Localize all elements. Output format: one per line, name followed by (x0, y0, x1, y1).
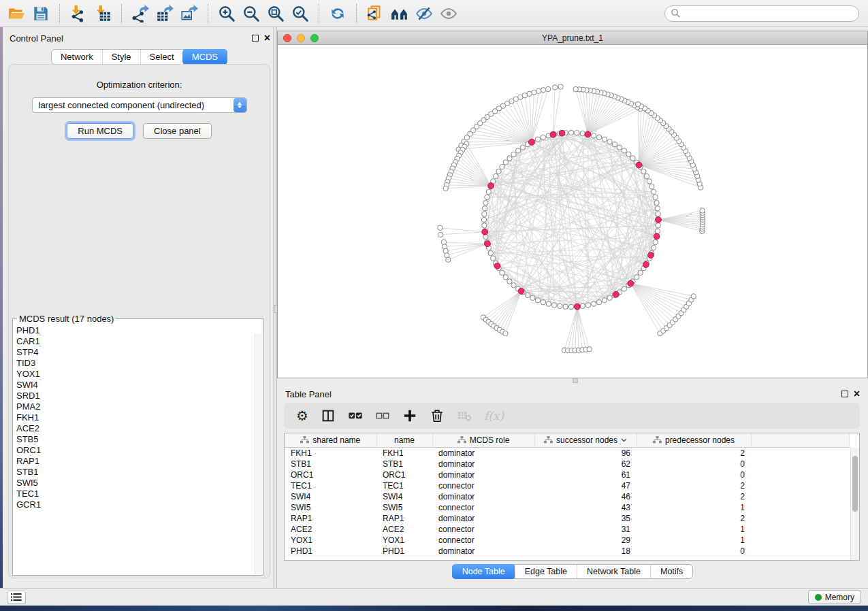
network-node[interactable] (486, 189, 491, 194)
clone-network-button[interactable] (363, 2, 387, 25)
mcds-node[interactable] (643, 262, 649, 268)
table-cell[interactable]: SWI5 (376, 502, 432, 513)
zoom-in-button[interactable] (214, 2, 239, 25)
tab-mcds[interactable]: MCDS (182, 49, 227, 65)
table-cell[interactable]: 2 (637, 447, 751, 459)
table-row[interactable]: SWI5SWI5connector431 (285, 502, 850, 513)
table-cell[interactable]: connector (432, 524, 534, 535)
table-cell[interactable]: dominator (432, 469, 534, 480)
column-header[interactable]: successor nodes (534, 433, 637, 447)
show-all-button[interactable] (436, 2, 461, 25)
table-cell[interactable]: 0 (637, 469, 751, 480)
mcds-result-item[interactable]: YOX1 (16, 369, 263, 380)
network-node[interactable] (653, 240, 658, 244)
mcds-result-item[interactable]: TEC1 (16, 489, 263, 499)
network-node[interactable] (485, 195, 489, 199)
mcds-result-item[interactable]: SWI5 (16, 478, 263, 489)
network-node[interactable] (568, 304, 573, 309)
zoom-fit-button[interactable] (263, 2, 288, 25)
network-node[interactable] (532, 90, 536, 95)
mcds-result-item[interactable]: STB5 (16, 434, 263, 445)
deselect-all-rows-button[interactable] (371, 405, 394, 427)
table-row[interactable]: SWI4SWI4dominator462 (285, 491, 850, 502)
table-cell[interactable]: 2 (637, 491, 751, 502)
table-row[interactable]: ACE2ACE2connector311 (285, 524, 850, 535)
float-panel-button[interactable] (252, 35, 259, 42)
table-cell[interactable]: dominator (432, 546, 534, 557)
network-node[interactable] (655, 229, 660, 233)
search-input[interactable] (681, 7, 858, 20)
mcds-node[interactable] (575, 303, 581, 310)
network-node[interactable] (541, 135, 545, 139)
table-cell[interactable]: 43 (534, 502, 637, 513)
network-node[interactable] (482, 223, 487, 228)
network-node[interactable] (503, 331, 508, 335)
mcds-result-item[interactable]: SRD1 (16, 391, 263, 401)
table-cell[interactable]: connector (432, 480, 534, 491)
network-node[interactable] (535, 298, 540, 303)
table-cell[interactable]: 47 (534, 480, 637, 491)
table-scrollbar[interactable] (850, 448, 859, 560)
table-cell[interactable]: ORC1 (285, 469, 376, 480)
task-history-button[interactable] (7, 591, 26, 604)
network-node[interactable] (626, 152, 631, 156)
table-cell[interactable]: 1 (637, 502, 751, 513)
network-node[interactable] (482, 212, 487, 216)
hide-selected-button[interactable] (412, 2, 436, 25)
mcds-node[interactable] (654, 233, 660, 240)
network-canvas[interactable] (278, 45, 867, 378)
mcds-node[interactable] (585, 131, 591, 137)
network-node[interactable] (503, 275, 508, 280)
tab-network[interactable]: Network (52, 50, 102, 64)
table-cell[interactable]: ACE2 (285, 524, 376, 535)
table-cell[interactable]: YOX1 (285, 535, 376, 546)
table-cell[interactable]: TEC1 (376, 480, 432, 491)
network-node[interactable] (644, 174, 649, 178)
column-header[interactable]: predecessor nodes (637, 433, 751, 447)
network-node[interactable] (545, 86, 550, 91)
network-node[interactable] (647, 179, 652, 184)
table-cell[interactable]: connector (432, 502, 534, 513)
run-mcds-button[interactable]: Run MCDS (67, 123, 133, 139)
show-columns-button[interactable] (317, 405, 340, 427)
mcds-result-item[interactable]: PHD1 (16, 325, 263, 336)
table-row[interactable]: RAP1RAP1dominator352 (285, 513, 850, 524)
table-cell[interactable]: 1 (637, 535, 751, 546)
memory-button[interactable]: Memory (808, 590, 861, 604)
table-cell[interactable]: PHD1 (285, 546, 376, 557)
mcds-node[interactable] (648, 252, 654, 259)
network-node[interactable] (488, 250, 493, 255)
network-node[interactable] (607, 139, 612, 144)
network-node[interactable] (617, 145, 622, 150)
close-mcds-panel-button[interactable]: Close panel (143, 123, 212, 139)
network-node[interactable] (655, 206, 660, 211)
optimization-criterion-select[interactable]: largest connected component (undirected) (32, 97, 247, 113)
result-list-scrollbar[interactable] (255, 333, 262, 574)
mcds-result-item[interactable]: CAR1 (16, 336, 263, 347)
mcds-result-item[interactable]: STP4 (16, 347, 263, 358)
table-cell[interactable]: PHD1 (376, 546, 432, 557)
horizontal-divider-handle[interactable] (573, 378, 578, 383)
first-neighbors-button[interactable] (387, 2, 412, 25)
table-cell[interactable]: 35 (534, 513, 637, 524)
export-network-button[interactable] (128, 2, 152, 25)
network-node[interactable] (493, 174, 498, 178)
network-window-titlebar[interactable]: YPA_prune.txt_1 (278, 31, 867, 45)
network-node[interactable] (591, 133, 596, 138)
network-node[interactable] (580, 303, 585, 308)
network-node[interactable] (656, 223, 660, 228)
zoom-selected-button[interactable] (288, 2, 312, 25)
tab-edge-table[interactable]: Edge Table (515, 565, 577, 578)
table-cell[interactable]: 18 (534, 546, 637, 557)
network-node[interactable] (511, 152, 516, 156)
table-cell[interactable]: SWI4 (285, 491, 376, 502)
table-cell[interactable]: SWI5 (285, 502, 376, 513)
network-node[interactable] (541, 88, 545, 93)
export-image-button[interactable] (177, 2, 202, 25)
close-panel-button[interactable]: × (264, 35, 270, 42)
network-node[interactable] (515, 148, 520, 153)
network-node[interactable] (587, 346, 592, 351)
network-node[interactable] (520, 145, 525, 150)
network-node[interactable] (634, 275, 639, 280)
save-session-button[interactable] (29, 2, 53, 25)
